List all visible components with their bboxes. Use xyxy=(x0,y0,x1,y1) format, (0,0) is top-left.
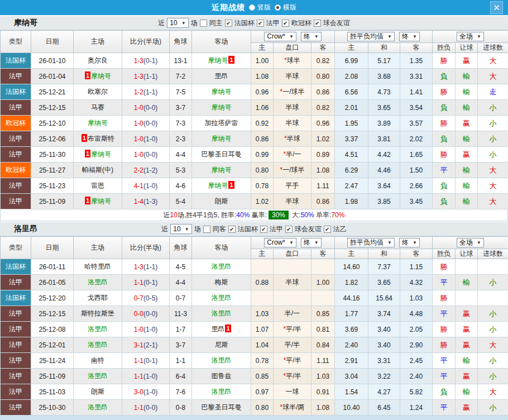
summary-part: 单率: xyxy=(314,211,332,220)
odds-stage-select[interactable]: 终▼ xyxy=(301,238,322,247)
fulltime-score: 1-3 xyxy=(134,73,143,80)
league-checkbox-0[interactable]: ✔ xyxy=(228,226,236,233)
halftime-score: (1-1) xyxy=(143,73,157,80)
avg-home: 1.95 xyxy=(335,116,368,131)
sub-header-3: 主 xyxy=(335,249,368,259)
home-team: 1摩纳哥 xyxy=(74,69,122,84)
league-checkbox-1[interactable]: ✔ xyxy=(260,226,267,233)
result-wdl: 勝 xyxy=(433,116,456,131)
result-handicap: 輸 xyxy=(456,275,478,290)
result-handicap: 輸 xyxy=(456,178,478,194)
result-wdl: 平 xyxy=(433,369,456,384)
avg-away: 2.66 xyxy=(400,178,433,194)
odds-stage-select[interactable]: 终▼ xyxy=(301,32,322,41)
live-star-mark: * xyxy=(284,135,287,142)
avg-away: 1.50 xyxy=(400,163,433,178)
league-checkbox-2[interactable]: ✔ xyxy=(282,20,289,27)
match-count-select[interactable]: 10▼ xyxy=(170,224,191,234)
handicap xyxy=(274,259,311,275)
league-checkbox-2[interactable]: ✔ xyxy=(285,226,293,233)
radio-selected-icon[interactable] xyxy=(275,4,281,11)
sub-header-3: 主 xyxy=(335,43,368,53)
wdl-avg-select[interactable]: 胜平负均值▼ xyxy=(347,238,395,247)
away-team: 摩纳哥 xyxy=(192,84,251,100)
odds-away: 1.00 xyxy=(311,275,335,290)
score: 0-7(0-5) xyxy=(122,290,170,306)
halftime-score: (0-0) xyxy=(143,120,157,127)
league-label-2: 球会友谊 xyxy=(295,225,322,234)
league-label-2: 欧冠杯 xyxy=(291,18,311,28)
radio-icon[interactable] xyxy=(249,4,255,11)
odds-source-select[interactable]: Crow*▼ xyxy=(264,32,296,41)
wdl-avg-select-value: 胜平负均值 xyxy=(350,238,384,247)
halftime-score: (0-0) xyxy=(143,404,157,412)
same-side-checkbox[interactable] xyxy=(200,20,207,27)
league-checkbox-1[interactable]: ✔ xyxy=(257,20,264,27)
avg-home: 4.51 xyxy=(335,147,368,163)
rank-badge: 1 xyxy=(225,324,231,332)
match-row: 法甲25-11-301摩纳哥1-0(0-0)4-4巴黎圣日耳曼0.99*半/一0… xyxy=(1,147,508,163)
team-label: 欧塞尔 xyxy=(88,88,108,96)
team-label: 摩纳哥 xyxy=(212,103,232,111)
lorient-filter-bar: 洛里昂 近10▼场同客✔法国杯✔法甲✔球会友谊✔法乙 xyxy=(0,221,508,236)
team-label: 摩纳哥 xyxy=(212,166,232,174)
handicap: 半球 xyxy=(274,194,311,209)
result-wdl: 負 xyxy=(433,384,456,400)
filter-controls: 近10▼场同客✔法国杯✔法甲✔球会友谊✔法乙 xyxy=(161,224,346,234)
avg-stage-select[interactable]: 终▼ xyxy=(399,238,420,247)
home-team: 欧塞尔 xyxy=(74,84,122,100)
summary-part: 近 xyxy=(164,211,170,220)
result-handicap: 赢 xyxy=(456,337,478,353)
layout-radio-vertical[interactable]: 竖版 xyxy=(249,3,271,12)
fulltime-score: 3-1 xyxy=(134,341,143,349)
match-row: 法甲25-11-09洛里昂1-1(1-0)6-4图鲁兹0.85*平/半1.033… xyxy=(1,369,508,384)
result-wdl: 負 xyxy=(433,69,456,84)
handicap: *半球 xyxy=(274,131,311,147)
league-checkbox-3[interactable]: ✔ xyxy=(314,20,321,27)
away-team: 朗斯 xyxy=(192,194,251,209)
team-label: 洛里昂 xyxy=(212,262,232,270)
same-side-checkbox[interactable] xyxy=(203,226,210,233)
league-label-0: 法国杯 xyxy=(238,225,258,234)
avg-away: 3.31 xyxy=(400,69,433,84)
avg-draw: 3.81 xyxy=(368,131,400,147)
odds-away xyxy=(311,259,335,275)
type-badge: 法甲 xyxy=(1,147,31,163)
result-wdl: 勝 xyxy=(433,337,456,353)
result-wdl: 勝 xyxy=(433,322,456,337)
home-team: 1摩纳哥 xyxy=(74,147,122,163)
result-handicap: 輸 xyxy=(456,100,478,116)
avg-home: 1.54 xyxy=(335,384,368,400)
avg-stage-select[interactable]: 终▼ xyxy=(399,32,420,41)
league-checkbox-3[interactable]: ✔ xyxy=(324,226,331,233)
avg-draw: 7.37 xyxy=(368,259,400,275)
avg-home: 1.82 xyxy=(335,275,368,290)
result-wdl: 勝 xyxy=(433,147,456,163)
league-label-3: 球会友谊 xyxy=(323,18,350,28)
avg-away: 1.03 xyxy=(400,290,433,306)
wdl-avg-select[interactable]: 胜平负均值▼ xyxy=(347,32,395,41)
close-icon[interactable]: ✕ xyxy=(490,1,503,14)
scope-select[interactable]: 全场▼ xyxy=(457,32,484,41)
odds-home: 1.08 xyxy=(251,69,274,84)
avg-home: 1.77 xyxy=(335,306,368,322)
result-handicap: 赢 xyxy=(456,322,478,337)
group-header-1: 胜平负均值▼终▼ xyxy=(335,237,433,249)
match-count-select[interactable]: 10▼ xyxy=(167,18,188,28)
type-badge: 欧冠杯 xyxy=(1,163,31,178)
monaco-recent-section: 摩纳哥 近10▼场同主✔法国杯✔法甲✔欧冠杯✔球会友谊 类型日期主场比分(半场)… xyxy=(0,15,508,221)
halftime-score: (1-3) xyxy=(143,198,157,206)
corner-count: 1-7 xyxy=(170,322,192,337)
layout-radio-horizontal[interactable]: 横版 xyxy=(275,3,296,12)
avg-draw: 3.74 xyxy=(368,306,400,322)
league-checkbox-0[interactable]: ✔ xyxy=(225,20,232,27)
result-wdl: 負 xyxy=(433,178,456,194)
scope-select[interactable]: 全场▼ xyxy=(457,238,484,247)
corner-count: 2-3 xyxy=(170,131,192,147)
result-wdl: 勝 xyxy=(433,290,456,306)
header-row-groups: 类型日期主场比分(半场)角球客场Crow*▼终▼胜平负均值▼终▼全场▼ xyxy=(1,237,508,249)
score: 1-3(1-1) xyxy=(122,69,170,84)
score: 1-2(1-1) xyxy=(122,84,170,100)
odds-source-select[interactable]: Crow*▼ xyxy=(264,238,296,247)
halftime-score: (0-1) xyxy=(143,57,157,65)
